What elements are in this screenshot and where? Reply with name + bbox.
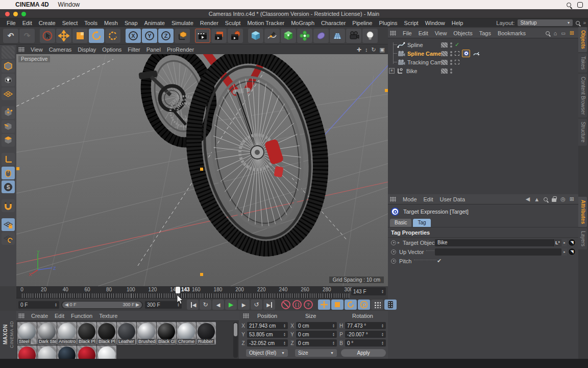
menu-render[interactable]: Render: [200, 20, 218, 26]
previous-frame-button[interactable]: ◀: [212, 300, 224, 310]
add-spline-pen-button[interactable]: [264, 29, 280, 43]
render-view-button[interactable]: [195, 29, 210, 43]
expand-arrow-icon[interactable]: ▸: [398, 240, 400, 245]
om-home-icon[interactable]: ⌂: [554, 30, 557, 36]
tab-content-browser[interactable]: Content Browser: [578, 74, 587, 118]
keyframe-selection-icon[interactable]: [455, 60, 459, 64]
edges-mode-icon[interactable]: [2, 120, 15, 133]
position-x-field[interactable]: 217.943 cm▲▼: [247, 322, 288, 329]
material-scrollbar[interactable]: [233, 322, 238, 358]
tab-layers[interactable]: Layers: [578, 228, 587, 249]
material-red[interactable]: [17, 346, 37, 359]
size-x-field[interactable]: 0 cm▲▼: [296, 322, 337, 329]
goto-end-button[interactable]: ▶: [263, 300, 275, 310]
size-y-field[interactable]: 0 cm▲▼: [296, 331, 337, 338]
model-mode-icon[interactable]: [2, 60, 15, 73]
attr-menu-user-data[interactable]: User Data: [440, 196, 465, 202]
menu-mesh[interactable]: Mesh: [104, 20, 118, 26]
keyframe-selection-icon[interactable]: [455, 51, 459, 56]
layer-chip[interactable]: [441, 68, 448, 74]
workplane-interactive-icon[interactable]: [2, 232, 15, 245]
new-panel-icon[interactable]: ⊞: [570, 196, 574, 202]
material-leather[interactable]: Leather: [117, 322, 136, 344]
visibility-dots[interactable]: [450, 68, 452, 74]
panel-grip-handle[interactable]: [18, 47, 24, 52]
align-to-spline-tag-icon[interactable]: [473, 50, 481, 57]
minimize-window-button[interactable]: [13, 12, 18, 16]
preview-range-slider[interactable]: ◀ 0 F300 F ▶: [61, 301, 143, 309]
viewport-pan-icon[interactable]: ✚: [357, 47, 361, 53]
panel-grip-handle[interactable]: [18, 313, 24, 318]
add-environment-floor-button[interactable]: [330, 29, 345, 43]
object-row-spline-camera[interactable]: Spline Camera: [388, 49, 578, 58]
target-mode-icon[interactable]: ◎: [560, 196, 566, 202]
layer-chip[interactable]: [441, 42, 448, 48]
layout-dropdown[interactable]: Startup▼: [518, 19, 573, 26]
visibility-dots[interactable]: [450, 60, 452, 65]
last-tool-icon[interactable]: [105, 29, 120, 43]
material-black-glass[interactable]: Black Gl: [157, 322, 176, 344]
keyframe-ring-icon[interactable]: [391, 259, 396, 264]
viewport-maximize-icon[interactable]: ▣: [380, 47, 385, 53]
object-row-tracking-cam[interactable]: Tracking Cam: [388, 58, 578, 66]
target-object-field[interactable]: Bike L°: [435, 239, 561, 246]
add-deformer-button[interactable]: [313, 29, 329, 43]
key-parameter-toggle[interactable]: P: [358, 300, 370, 310]
history-up-icon[interactable]: ▲: [534, 196, 540, 202]
play-button[interactable]: ▶: [225, 300, 237, 310]
add-light-button[interactable]: [362, 29, 378, 43]
visibility-dots[interactable]: [450, 42, 452, 48]
material-red-2[interactable]: [77, 346, 96, 359]
om-menu-bookmarks[interactable]: Bookmarks: [498, 30, 526, 36]
om-menu-edit[interactable]: Edit: [419, 30, 428, 36]
tab-takes[interactable]: Takes: [578, 53, 587, 73]
live-selection-tool-icon[interactable]: [40, 29, 55, 43]
x-axis-lock-button[interactable]: X: [126, 29, 141, 43]
om-collapse-icon[interactable]: ▭: [561, 31, 566, 36]
key-rotation-toggle[interactable]: [345, 300, 357, 310]
menu-simulate[interactable]: Simulate: [172, 20, 193, 26]
attr-menu-mode[interactable]: Mode: [403, 196, 417, 202]
snap-magnet-icon[interactable]: [2, 199, 15, 212]
menu-edit[interactable]: Edit: [22, 20, 32, 26]
axis-mode-icon[interactable]: [2, 153, 15, 166]
om-search-icon[interactable]: [546, 31, 550, 35]
material-rubber[interactable]: Rubber: [197, 322, 216, 344]
enabled-check-icon[interactable]: ✓: [455, 41, 459, 48]
keyframe-selection-button[interactable]: ?: [304, 300, 313, 309]
panel-grip-handle[interactable]: [243, 313, 249, 318]
macos-window-menu[interactable]: Window: [58, 1, 80, 8]
material-steel[interactable]: Steel: [17, 322, 37, 344]
viewport-rotate-icon[interactable]: ↻: [371, 47, 376, 53]
next-frame-button[interactable]: ▶: [238, 300, 250, 310]
viewport-zoom-icon[interactable]: ↕: [365, 47, 368, 53]
tag-properties-header[interactable]: Tag Properties: [388, 227, 578, 238]
om-menu-objects[interactable]: Objects: [453, 30, 472, 36]
rotation-b-field[interactable]: 0 °▲▼: [345, 339, 386, 347]
attr-search-icon[interactable]: [544, 197, 548, 201]
lock-icon[interactable]: [552, 198, 556, 202]
viewport-menu-panel[interactable]: Panel: [146, 47, 161, 53]
render-picture-viewer-button[interactable]: [211, 29, 227, 43]
menu-animate[interactable]: Animate: [144, 20, 165, 26]
control-center-icon[interactable]: [577, 2, 583, 8]
om-menu-view[interactable]: View: [435, 30, 447, 36]
material-black-plastic-2[interactable]: Black Pl: [97, 322, 116, 344]
texture-mode-icon[interactable]: [2, 74, 15, 86]
macos-app-menu[interactable]: CINEMA 4D: [15, 1, 49, 8]
redo-button[interactable]: ↷: [19, 29, 35, 43]
mat-menu-texture[interactable]: Texture: [99, 313, 117, 319]
menu-snap[interactable]: Snap: [125, 20, 138, 26]
z-axis-lock-button[interactable]: Z: [158, 29, 174, 43]
expand-children-button[interactable]: +: [389, 68, 395, 74]
timeline-window-button[interactable]: [384, 300, 397, 310]
workplane-mode-icon[interactable]: [2, 87, 15, 100]
material-dark-steel[interactable]: Dark Ste: [37, 322, 57, 344]
eyedropper-picker-button[interactable]: ◥: [568, 239, 576, 246]
range-start-field[interactable]: 0 F▲▼: [18, 301, 59, 309]
object-row-bike[interactable]: + Bike: [388, 66, 578, 75]
mat-menu-function[interactable]: Function: [71, 313, 92, 319]
om-menu-file[interactable]: File: [403, 30, 412, 36]
playhead[interactable]: [176, 287, 180, 293]
eyedropper-picker-button[interactable]: ◥: [568, 248, 576, 256]
